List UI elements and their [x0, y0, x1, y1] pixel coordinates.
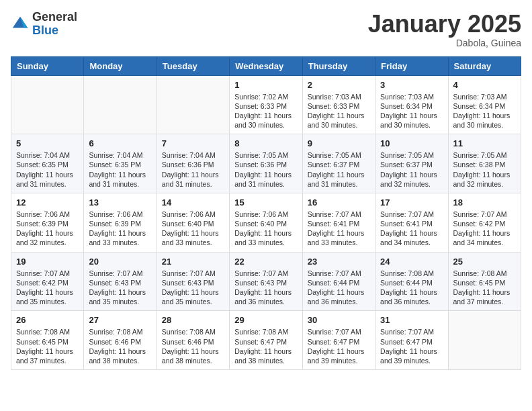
calendar-cell: 6Sunrise: 7:04 AMSunset: 6:35 PMDaylight…	[84, 134, 157, 193]
calendar-cell	[157, 75, 229, 134]
day-number: 23	[308, 257, 370, 267]
day-info: Sunrise: 7:07 AMSunset: 6:43 PMDaylight:…	[234, 269, 297, 307]
day-info: Sunrise: 7:08 AMSunset: 6:46 PMDaylight:…	[89, 327, 151, 365]
day-info: Sunrise: 7:05 AMSunset: 6:37 PMDaylight:…	[308, 150, 370, 189]
calendar-week-row: 1Sunrise: 7:02 AMSunset: 6:33 PMDaylight…	[11, 75, 521, 134]
day-number: 24	[380, 257, 443, 267]
calendar-cell: 2Sunrise: 7:03 AMSunset: 6:33 PMDaylight…	[302, 75, 375, 134]
calendar-cell: 8Sunrise: 7:05 AMSunset: 6:36 PMDaylight…	[230, 134, 302, 193]
day-info: Sunrise: 7:08 AMSunset: 6:46 PMDaylight:…	[162, 327, 224, 365]
day-number: 2	[308, 80, 370, 90]
location: Dabola, Guinea	[368, 38, 521, 48]
day-number: 8	[234, 138, 297, 148]
day-number: 28	[162, 315, 224, 325]
calendar-cell: 13Sunrise: 7:06 AMSunset: 6:39 PMDayligh…	[84, 193, 157, 252]
calendar-cell: 27Sunrise: 7:08 AMSunset: 6:46 PMDayligh…	[84, 311, 157, 370]
calendar-cell: 21Sunrise: 7:07 AMSunset: 6:43 PMDayligh…	[157, 252, 229, 311]
day-number: 19	[16, 257, 79, 267]
day-info: Sunrise: 7:06 AMSunset: 6:39 PMDaylight:…	[16, 210, 79, 248]
weekday-header: Wednesday	[230, 56, 302, 75]
calendar-cell: 25Sunrise: 7:08 AMSunset: 6:45 PMDayligh…	[448, 252, 521, 311]
page-header: General Blue January 2025 Dabola, Guinea	[11, 11, 521, 48]
calendar-cell	[84, 75, 157, 134]
day-number: 27	[89, 315, 151, 325]
day-info: Sunrise: 7:06 AMSunset: 6:40 PMDaylight:…	[234, 210, 297, 248]
day-info: Sunrise: 7:07 AMSunset: 6:47 PMDaylight:…	[308, 327, 370, 365]
calendar-cell: 31Sunrise: 7:07 AMSunset: 6:47 PMDayligh…	[375, 311, 448, 370]
calendar-cell: 24Sunrise: 7:08 AMSunset: 6:44 PMDayligh…	[375, 252, 448, 311]
weekday-header: Tuesday	[157, 56, 229, 75]
calendar-cell: 9Sunrise: 7:05 AMSunset: 6:37 PMDaylight…	[302, 134, 375, 193]
day-number: 1	[234, 80, 297, 90]
day-info: Sunrise: 7:04 AMSunset: 6:36 PMDaylight:…	[162, 150, 224, 189]
calendar-cell: 7Sunrise: 7:04 AMSunset: 6:36 PMDaylight…	[157, 134, 229, 193]
logo-icon	[11, 15, 30, 34]
day-info: Sunrise: 7:08 AMSunset: 6:44 PMDaylight:…	[380, 269, 443, 307]
calendar-cell: 29Sunrise: 7:08 AMSunset: 6:47 PMDayligh…	[230, 311, 302, 370]
day-number: 25	[453, 257, 516, 267]
day-info: Sunrise: 7:07 AMSunset: 6:41 PMDaylight:…	[308, 210, 370, 248]
day-number: 4	[453, 80, 516, 90]
calendar-week-row: 19Sunrise: 7:07 AMSunset: 6:42 PMDayligh…	[11, 252, 521, 311]
calendar-week-row: 26Sunrise: 7:08 AMSunset: 6:45 PMDayligh…	[11, 311, 521, 370]
calendar-cell: 4Sunrise: 7:03 AMSunset: 6:34 PMDaylight…	[448, 75, 521, 134]
day-number: 18	[453, 197, 516, 208]
title-block: January 2025 Dabola, Guinea	[368, 11, 521, 48]
day-number: 29	[234, 315, 297, 325]
weekday-header: Saturday	[448, 56, 521, 75]
weekday-header: Monday	[84, 56, 157, 75]
calendar-week-row: 12Sunrise: 7:06 AMSunset: 6:39 PMDayligh…	[11, 193, 521, 252]
day-info: Sunrise: 7:03 AMSunset: 6:34 PMDaylight:…	[453, 92, 516, 130]
calendar-cell	[448, 311, 521, 370]
calendar-table: SundayMondayTuesdayWednesdayThursdayFrid…	[11, 56, 521, 370]
day-number: 10	[380, 138, 443, 148]
calendar-cell: 22Sunrise: 7:07 AMSunset: 6:43 PMDayligh…	[230, 252, 302, 311]
day-info: Sunrise: 7:04 AMSunset: 6:35 PMDaylight:…	[16, 150, 79, 189]
month-title: January 2025	[368, 11, 521, 38]
day-number: 26	[16, 315, 79, 325]
calendar-cell: 26Sunrise: 7:08 AMSunset: 6:45 PMDayligh…	[11, 311, 84, 370]
day-info: Sunrise: 7:07 AMSunset: 6:43 PMDaylight:…	[162, 269, 224, 307]
day-number: 30	[308, 315, 370, 325]
day-info: Sunrise: 7:08 AMSunset: 6:47 PMDaylight:…	[234, 327, 297, 365]
day-info: Sunrise: 7:07 AMSunset: 6:47 PMDaylight:…	[380, 327, 443, 365]
day-info: Sunrise: 7:03 AMSunset: 6:33 PMDaylight:…	[308, 92, 370, 130]
day-number: 5	[16, 138, 79, 148]
calendar-cell: 14Sunrise: 7:06 AMSunset: 6:40 PMDayligh…	[157, 193, 229, 252]
day-info: Sunrise: 7:06 AMSunset: 6:40 PMDaylight:…	[162, 210, 224, 248]
calendar-cell: 10Sunrise: 7:05 AMSunset: 6:37 PMDayligh…	[375, 134, 448, 193]
weekday-header: Thursday	[302, 56, 375, 75]
day-number: 3	[380, 80, 443, 90]
day-info: Sunrise: 7:08 AMSunset: 6:45 PMDaylight:…	[16, 327, 79, 365]
calendar-cell: 5Sunrise: 7:04 AMSunset: 6:35 PMDaylight…	[11, 134, 84, 193]
day-info: Sunrise: 7:05 AMSunset: 6:37 PMDaylight:…	[380, 150, 443, 189]
logo-general: General	[32, 10, 77, 24]
day-number: 14	[162, 197, 224, 208]
day-number: 31	[380, 315, 443, 325]
day-number: 11	[453, 138, 516, 148]
calendar-cell: 3Sunrise: 7:03 AMSunset: 6:34 PMDaylight…	[375, 75, 448, 134]
day-number: 12	[16, 197, 79, 208]
calendar-cell: 15Sunrise: 7:06 AMSunset: 6:40 PMDayligh…	[230, 193, 302, 252]
day-number: 17	[380, 197, 443, 208]
calendar-cell: 18Sunrise: 7:07 AMSunset: 6:42 PMDayligh…	[448, 193, 521, 252]
day-info: Sunrise: 7:05 AMSunset: 6:36 PMDaylight:…	[234, 150, 297, 189]
logo-text: General Blue	[32, 11, 77, 38]
weekday-header-row: SundayMondayTuesdayWednesdayThursdayFrid…	[11, 56, 521, 75]
day-info: Sunrise: 7:07 AMSunset: 6:42 PMDaylight:…	[453, 210, 516, 248]
day-number: 22	[234, 257, 297, 267]
day-number: 9	[308, 138, 370, 148]
calendar-cell: 17Sunrise: 7:07 AMSunset: 6:41 PMDayligh…	[375, 193, 448, 252]
day-number: 15	[234, 197, 297, 208]
calendar-week-row: 5Sunrise: 7:04 AMSunset: 6:35 PMDaylight…	[11, 134, 521, 193]
calendar-cell: 19Sunrise: 7:07 AMSunset: 6:42 PMDayligh…	[11, 252, 84, 311]
day-number: 7	[162, 138, 224, 148]
calendar-cell: 12Sunrise: 7:06 AMSunset: 6:39 PMDayligh…	[11, 193, 84, 252]
day-info: Sunrise: 7:03 AMSunset: 6:34 PMDaylight:…	[380, 92, 443, 130]
day-number: 20	[89, 257, 151, 267]
day-info: Sunrise: 7:07 AMSunset: 6:41 PMDaylight:…	[380, 210, 443, 248]
day-info: Sunrise: 7:07 AMSunset: 6:43 PMDaylight:…	[89, 269, 151, 307]
weekday-header: Friday	[375, 56, 448, 75]
calendar-cell: 1Sunrise: 7:02 AMSunset: 6:33 PMDaylight…	[230, 75, 302, 134]
day-info: Sunrise: 7:06 AMSunset: 6:39 PMDaylight:…	[89, 210, 151, 248]
